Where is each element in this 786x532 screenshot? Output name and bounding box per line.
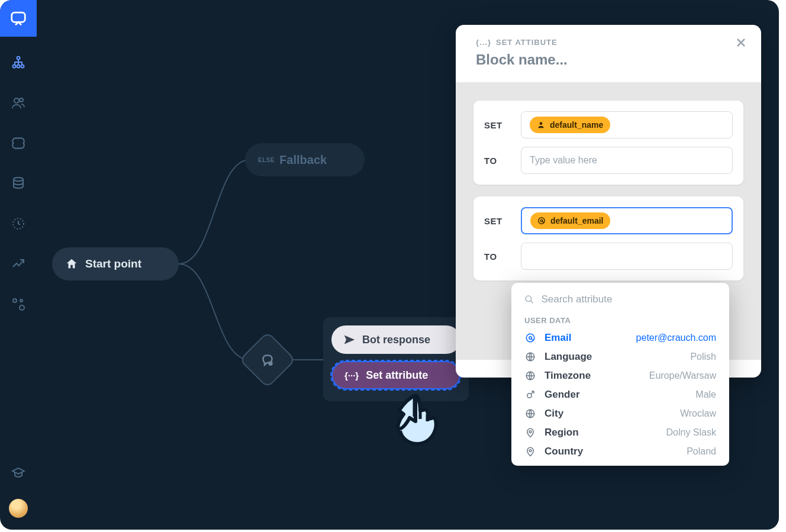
sidebar <box>0 0 37 530</box>
attribute-chip: default_email <box>530 212 610 229</box>
nav-integrations-icon[interactable] <box>0 290 37 318</box>
dropdown-item[interactable]: CityWroclaw <box>511 404 729 423</box>
svg-point-4 <box>21 65 24 68</box>
avatar[interactable] <box>9 499 28 518</box>
dropdown-item-key: Timezone <box>545 370 591 382</box>
nav-flow-icon[interactable] <box>0 49 37 77</box>
value-input[interactable] <box>530 155 724 166</box>
dropdown-item-key: City <box>545 408 563 420</box>
svg-point-21 <box>527 394 532 398</box>
dropdown-item[interactable]: LanguagePolish <box>511 347 729 366</box>
pin-icon <box>524 446 536 457</box>
attribute-picker[interactable]: default_name <box>521 111 733 138</box>
dropdown-item[interactable]: TimezoneEurope/Warsaw <box>511 366 729 385</box>
nav-history-icon[interactable] <box>0 209 37 238</box>
nav-academy-icon[interactable] <box>0 459 37 487</box>
dropdown-item[interactable]: GenderMale <box>511 385 729 404</box>
globe-icon <box>524 352 536 362</box>
dropdown-item-value: Polish <box>690 352 716 362</box>
dropdown-item-value: Europe/Warsaw <box>649 370 716 381</box>
value-input[interactable] <box>530 251 724 262</box>
value-input-box[interactable] <box>521 147 733 174</box>
nav-ai-icon[interactable] <box>0 129 37 157</box>
set-label: SET <box>484 120 511 130</box>
block-name-input[interactable] <box>476 51 690 68</box>
dropdown-item-value: Dolny Slask <box>666 427 716 438</box>
svg-point-2 <box>13 65 16 68</box>
svg-point-9 <box>13 299 17 302</box>
svg-point-17 <box>526 334 534 342</box>
svg-point-6 <box>20 98 23 102</box>
condition-icon <box>247 340 288 380</box>
svg-point-7 <box>14 178 23 181</box>
to-label: TO <box>484 252 511 262</box>
svg-point-24 <box>529 450 531 452</box>
set-attribute-card: SET default_email TO <box>473 196 743 280</box>
svg-point-14 <box>539 218 545 224</box>
set-attribute-card: SET default_name TO <box>473 101 743 185</box>
dropdown-item-key: Country <box>545 446 583 457</box>
node-label: Fallback <box>279 153 327 167</box>
svg-point-13 <box>540 122 543 125</box>
pill-label: Set attribute <box>366 369 428 382</box>
svg-point-1 <box>17 57 20 60</box>
pill-label: Bot response <box>362 334 430 346</box>
globe-icon <box>524 408 536 419</box>
close-icon[interactable] <box>734 36 748 52</box>
at-icon <box>524 333 536 343</box>
svg-point-12 <box>268 362 273 366</box>
svg-point-3 <box>17 65 20 68</box>
pill-bot-response[interactable]: Bot response <box>331 325 460 354</box>
panel-subtitle: {...} SET ATTIBUTE <box>476 38 743 47</box>
dropdown-item-key: Region <box>545 427 579 439</box>
search-icon <box>524 294 534 305</box>
gender-icon <box>524 389 536 400</box>
node-condition[interactable] <box>247 340 288 380</box>
nav-users-icon[interactable] <box>0 89 37 117</box>
dropdown-section-header: USER DATA <box>511 312 729 328</box>
svg-rect-0 <box>12 12 25 22</box>
node-start-point[interactable]: Start point <box>52 247 179 280</box>
to-label: TO <box>484 156 511 166</box>
dropdown-item[interactable]: RegionDolny Slask <box>511 423 729 442</box>
node-label: Start point <box>85 257 141 270</box>
value-input-box[interactable] <box>521 243 733 270</box>
nav-analytics-icon[interactable] <box>0 250 37 278</box>
app-logo[interactable] <box>0 0 37 37</box>
svg-point-10 <box>20 305 24 310</box>
dropdown-item-key: Language <box>545 351 592 363</box>
node-fallback[interactable]: ELSE Fallback <box>245 143 365 176</box>
svg-point-11 <box>20 299 22 302</box>
dropdown-item-key: Email <box>545 332 571 344</box>
dropdown-item-value: Poland <box>687 446 716 457</box>
cursor-pointer-icon <box>386 385 451 450</box>
else-badge: ELSE <box>258 157 275 163</box>
nav-data-icon[interactable] <box>0 169 37 198</box>
globe-icon <box>524 370 536 381</box>
svg-point-23 <box>529 431 531 433</box>
set-label: SET <box>484 216 511 226</box>
attribute-chip: default_name <box>530 117 610 133</box>
attribute-dropdown: USER DATA Emailpeter@crauch.comLanguageP… <box>511 283 729 466</box>
dropdown-item-value: peter@crauch.com <box>636 333 716 343</box>
svg-point-5 <box>14 98 19 103</box>
dropdown-item[interactable]: Emailpeter@crauch.com <box>511 328 729 347</box>
attribute-picker[interactable]: default_email <box>521 207 733 234</box>
dropdown-item-value: Male <box>695 389 716 400</box>
svg-point-16 <box>526 296 531 302</box>
dropdown-item-value: Wroclaw <box>680 408 716 419</box>
pin-icon <box>524 427 536 438</box>
braces-icon: {...} <box>476 38 491 47</box>
dropdown-item-key: Gender <box>545 389 580 401</box>
dropdown-item[interactable]: CountryPoland <box>511 442 729 461</box>
attribute-search-input[interactable] <box>541 294 716 305</box>
